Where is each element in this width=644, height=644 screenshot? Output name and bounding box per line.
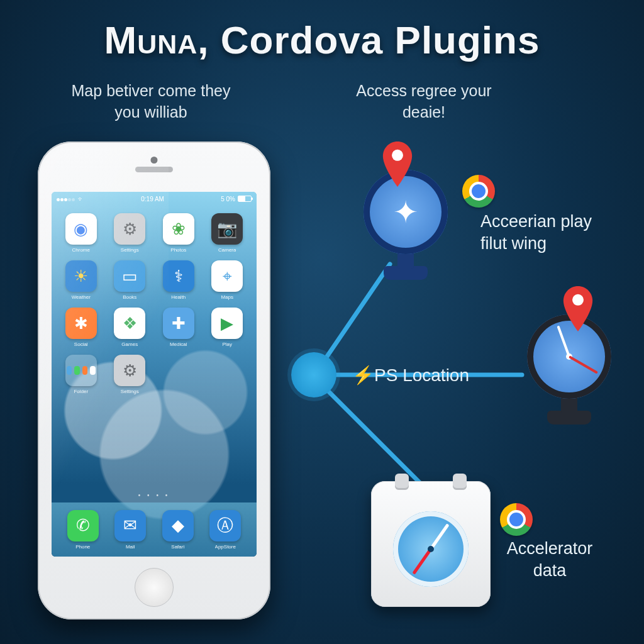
app-label: Medical [170, 341, 187, 347]
app-label: Settings [121, 247, 139, 253]
status-bar: ᯤ 0:19 AM 5 0% [52, 192, 257, 206]
home-button[interactable] [135, 568, 174, 607]
app-label: Books [123, 294, 136, 300]
app-label: Play [222, 341, 232, 347]
feature-label-top: Acceerian play filut wing [480, 211, 606, 255]
app-label: Chrome [72, 247, 90, 253]
page-indicator: • • • • [52, 492, 257, 499]
signal-dots [57, 196, 75, 203]
phone-earpiece [135, 167, 173, 172]
app-label: Weather [72, 294, 91, 300]
app-grid: ◉Chrome⚙Settings❀Photos📷Camera☀Weather▭B… [59, 213, 249, 394]
battery-icon [238, 196, 252, 202]
app-label: Camera [218, 247, 236, 253]
app-camera[interactable]: 📷Camera [206, 213, 250, 253]
app-settings[interactable]: ⚙Settings [108, 213, 152, 253]
app-health[interactable]: ⚕Health [157, 260, 201, 300]
app-label: Games [121, 341, 138, 347]
app-social[interactable]: ✱Social [59, 308, 103, 347]
map-pin-icon [561, 286, 595, 331]
subtitle-left: Map betiver come they you williab [63, 80, 239, 123]
svg-line-2 [314, 377, 421, 484]
calendar-compass-icon [371, 481, 491, 607]
chrome-icon [462, 175, 495, 208]
app-folder[interactable]: Folder [59, 355, 103, 394]
app-chrome[interactable]: ◉Chrome [59, 213, 103, 253]
app-label: Phone [75, 544, 90, 550]
feature-label-bottom: Accelerator data [490, 538, 609, 582]
app-safari[interactable]: ◆Safari [162, 510, 194, 550]
app-play[interactable]: ▶Play [206, 308, 250, 347]
chrome-icon [500, 503, 533, 536]
app-games[interactable]: ❖Games [108, 308, 152, 347]
feature-label-center: ⚡PS Location [352, 365, 469, 386]
app-label: AppStore [215, 544, 236, 550]
title-part1: Muna, [104, 18, 209, 62]
app-label: Maps [221, 294, 233, 300]
app-label: Mail [126, 544, 135, 550]
app-photos[interactable]: ❀Photos [157, 213, 201, 253]
app-phone[interactable]: ✆Phone [67, 510, 99, 550]
svg-point-3 [392, 150, 403, 161]
wifi-icon: ᯤ [78, 196, 84, 203]
app-weather[interactable]: ☀Weather [59, 260, 103, 300]
title-part2: Cordova Plugins [221, 18, 540, 62]
phone-camera-dot [151, 157, 158, 164]
app-books[interactable]: ▭Books [108, 260, 152, 300]
app-label: Settings [121, 389, 139, 394]
app-label: Photos [170, 247, 186, 253]
svg-point-4 [572, 294, 584, 306]
app-medical[interactable]: ✚Medical [157, 308, 201, 347]
app-mail[interactable]: ✉Mail [114, 510, 146, 550]
status-time: 0:19 AM [141, 196, 164, 203]
app-maps[interactable]: ⌖Maps [206, 260, 250, 300]
dock: ✆Phone✉Mail◆SafariⒶAppStore [52, 502, 257, 557]
battery-label: 5 0% [221, 196, 235, 203]
app-settings[interactable]: ⚙Settings [108, 355, 152, 394]
phone-screen: ᯤ 0:19 AM 5 0% ◉Chrome⚙Settings❀Photos📷C… [52, 192, 257, 557]
app-label: Social [74, 341, 88, 347]
map-pin-icon [380, 142, 414, 187]
subtitle-right: Access regree your deaie! [336, 80, 512, 123]
app-label: Health [171, 294, 186, 300]
phone-mockup: ᯤ 0:19 AM 5 0% ◉Chrome⚙Settings❀Photos📷C… [38, 142, 270, 619]
page-title: Muna, Cordova Plugins [0, 18, 644, 62]
app-label: Safari [171, 544, 184, 550]
hub-node [291, 352, 336, 397]
app-appstore[interactable]: ⒶAppStore [209, 510, 241, 550]
app-label: Folder [74, 389, 88, 394]
